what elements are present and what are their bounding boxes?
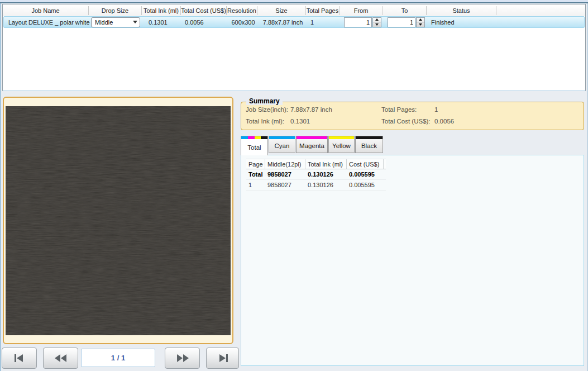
triangle-up-icon (375, 18, 379, 21)
column-header-total-cost: Total Cost (US$) (181, 6, 227, 15)
to-cell (384, 17, 428, 27)
resolution-cell: 600x300 (228, 17, 259, 27)
column-header-job-name: Job Name (3, 6, 89, 15)
total-pages-value: 1 (434, 106, 438, 113)
column-header-resolution: Resolution (227, 6, 257, 15)
ink-table-header: Page Middle(12pl) Total Ink (ml) Cost (U… (246, 159, 386, 169)
first-page-button[interactable] (2, 348, 37, 369)
job-size-value: 7.88x7.87 inch (290, 106, 332, 113)
tab-magenta[interactable]: Magenta (296, 136, 328, 153)
tab-black[interactable]: Black (355, 136, 383, 153)
column-header-total-pages: Total Pages (306, 6, 340, 15)
ink-table-row-page1: 1 9858027 0.130126 0.005595 (246, 180, 386, 191)
preview-panel (3, 97, 233, 344)
drop-size-select[interactable]: Middle (91, 17, 140, 27)
total-ink-label: Total Ink (ml): (246, 118, 284, 125)
ink-usage-table: Page Middle(12pl) Total Ink (ml) Cost (U… (246, 159, 386, 191)
drop-size-value: Middle (92, 19, 113, 26)
spin-down-button[interactable] (373, 22, 381, 27)
rewind-icon (54, 354, 68, 363)
jobs-table: Job Name Drop Size Total Ink (ml) Total … (2, 4, 586, 91)
preview-image (6, 106, 231, 335)
tab-cyan-label: Cyan (269, 139, 295, 153)
column-header-page: Page (246, 159, 265, 169)
tab-yellow[interactable]: Yellow (328, 136, 355, 153)
row-filler (498, 17, 584, 27)
window-top-line (0, 2, 588, 3)
tab-cyan[interactable]: Cyan (269, 136, 295, 153)
column-header-to: To (383, 6, 427, 15)
from-input[interactable] (344, 17, 372, 27)
last-page-button[interactable] (206, 348, 239, 369)
column-header-status: Status (427, 6, 496, 15)
preview-texture-streaks (6, 106, 231, 335)
next-page-button[interactable] (165, 348, 200, 369)
tab-magenta-label: Magenta (297, 139, 327, 153)
summary-groupbox: Summary Job Size(inch): 7.88x7.87 inch T… (241, 102, 584, 130)
drop-size-cell: Middle (90, 17, 143, 27)
triangle-up-icon (419, 18, 422, 21)
tab-total-label: Total (241, 139, 267, 155)
spin-up-button[interactable] (417, 18, 424, 22)
total-cost-cell: 0.0056 (182, 17, 228, 27)
column-header-drop-size: Drop Size (89, 6, 142, 15)
column-header-total-ink: Total Ink (ml) (305, 159, 347, 169)
chevron-down-icon (130, 18, 140, 27)
tab-total[interactable]: Total (241, 136, 268, 155)
ink-usage-panel: Page Middle(12pl) Total Ink (ml) Cost (U… (241, 155, 584, 366)
triangle-down-icon (375, 23, 379, 26)
total-ink-value: 0.1301 (290, 118, 310, 125)
total-ink-cell: 0.1301 (143, 17, 182, 27)
skip-to-first-icon (13, 354, 26, 363)
skip-to-last-icon (216, 354, 230, 363)
to-input[interactable] (388, 17, 415, 27)
page-indicator[interactable]: 1 / 1 (81, 349, 155, 367)
total-pages-cell: 1 (307, 17, 341, 27)
ink-cell: 0.130126 (305, 169, 347, 179)
from-cell (341, 17, 384, 27)
ink-cell: 0.130126 (305, 180, 347, 190)
summary-title: Summary (246, 97, 283, 105)
triangle-down-icon (419, 23, 422, 26)
from-spinner[interactable] (344, 17, 381, 27)
job-row-selected[interactable]: Layout DELUXE _ polar white Middle 0.130… (3, 16, 585, 28)
column-header-total-ink: Total Ink (ml) (142, 6, 181, 15)
column-header-from: From (340, 6, 383, 15)
previous-page-button[interactable] (43, 348, 78, 369)
from-spin-buttons (372, 17, 381, 27)
total-cost-value: 0.0056 (434, 118, 454, 125)
total-cost-label: Total Cost (US$): (381, 118, 431, 125)
column-header-filler (496, 6, 585, 15)
column-header-middle-drops: Middle(12pl) (265, 159, 305, 169)
column-header-cost: Cost (US$) (347, 159, 384, 169)
window-left-edge (0, 3, 1, 371)
column-header-size: Size (257, 6, 306, 15)
page-cell: Total (246, 169, 265, 179)
drops-cell: 9858027 (265, 169, 305, 179)
total-pages-label: Total Pages: (381, 106, 417, 113)
spin-up-button[interactable] (373, 18, 381, 22)
drops-cell: 9858027 (265, 180, 305, 190)
tab-black-label: Black (356, 139, 383, 153)
cost-cell: 0.005595 (347, 180, 384, 190)
ink-table-row-total: Total 9858027 0.130126 0.005595 (246, 169, 386, 180)
tab-yellow-label: Yellow (329, 139, 354, 153)
ink-channel-tabs: Total Cyan Magenta Yellow Black (241, 136, 384, 155)
job-name-cell: Layout DELUXE _ polar white (4, 17, 90, 27)
fast-forward-icon (175, 354, 190, 363)
job-size-label: Job Size(inch): (246, 106, 288, 113)
page-cell: 1 (246, 180, 265, 190)
status-cell: Finished (428, 17, 498, 27)
to-spinner[interactable] (388, 17, 425, 27)
jobs-table-header: Job Name Drop Size Total Ink (ml) Total … (3, 4, 585, 16)
to-spin-buttons (416, 17, 425, 27)
spin-down-button[interactable] (417, 22, 424, 27)
size-cell: 7.88x7.87 inch (259, 17, 307, 27)
cost-cell: 0.005595 (347, 169, 384, 179)
